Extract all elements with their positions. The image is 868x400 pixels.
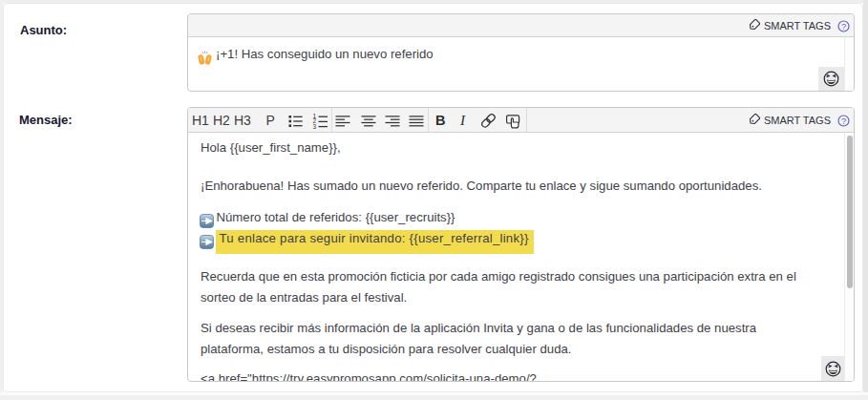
svg-text:?: ?	[840, 22, 845, 32]
svg-text:?: ?	[840, 116, 845, 125]
svg-text:3: 3	[313, 123, 317, 129]
